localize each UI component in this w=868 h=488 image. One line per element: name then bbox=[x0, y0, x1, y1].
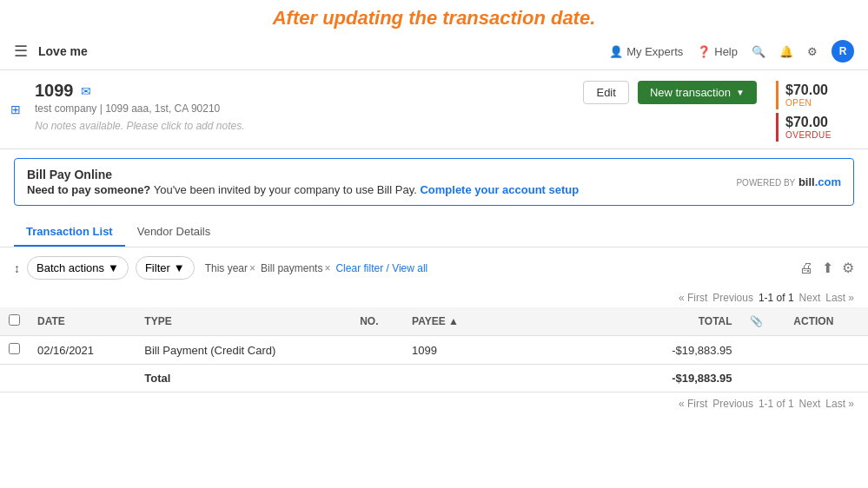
sort-icon[interactable]: ↕ bbox=[14, 261, 20, 275]
remove-this-year-filter[interactable]: × bbox=[249, 262, 255, 274]
total-action bbox=[785, 365, 868, 392]
transactions-table: DATE TYPE NO. PAYEE ▲ TOTAL 📎 ACTION 02/… bbox=[0, 307, 868, 392]
my-experts-nav[interactable]: 👤 My Experts bbox=[609, 45, 683, 58]
help-icon: ❓ bbox=[697, 45, 711, 58]
bill-pay-left: Bill Pay Online Need to pay someone? You… bbox=[27, 168, 579, 196]
total-no bbox=[351, 365, 403, 392]
navbar-right: 👤 My Experts ❓ Help 🔍 🔔 ⚙ R bbox=[609, 40, 854, 63]
help-label: Help bbox=[714, 45, 738, 58]
previous-page-bottom[interactable]: Previous bbox=[712, 398, 753, 410]
filter-label: Filter bbox=[145, 261, 170, 274]
next-page-bottom[interactable]: Next bbox=[799, 398, 821, 410]
row-checkbox[interactable] bbox=[9, 343, 20, 354]
total-amount: -$19,883.95 bbox=[628, 365, 741, 392]
date-column-header[interactable]: DATE bbox=[29, 307, 136, 336]
status-cards: $70.00 OPEN $70.00 OVERDUE bbox=[776, 81, 854, 142]
tabs: Transaction List Vendor Details bbox=[0, 218, 868, 247]
tab-transaction-list[interactable]: Transaction List bbox=[14, 218, 125, 247]
open-label: OPEN bbox=[785, 98, 847, 108]
filter-arrow-icon: ▼ bbox=[174, 261, 185, 274]
dropdown-arrow-icon: ▼ bbox=[736, 88, 745, 97]
settings-icon[interactable]: ⚙ bbox=[807, 45, 818, 58]
total-column-header[interactable]: TOTAL bbox=[628, 307, 741, 336]
open-amount: $70.00 bbox=[785, 82, 847, 98]
search-icon[interactable]: 🔍 bbox=[752, 45, 765, 58]
row-date[interactable]: 02/16/2021 bbox=[29, 336, 136, 365]
row-empty bbox=[603, 336, 628, 365]
filter-tag-this-year: This year × bbox=[205, 262, 255, 274]
overdue-label: OVERDUE bbox=[785, 130, 847, 140]
attach-column-header: 📎 bbox=[741, 307, 785, 336]
select-all-header bbox=[0, 307, 29, 336]
hamburger-icon[interactable]: ☰ bbox=[14, 42, 28, 61]
total-label bbox=[29, 365, 136, 392]
select-all-checkbox[interactable] bbox=[9, 314, 20, 326]
new-transaction-button[interactable]: New transaction ▼ bbox=[638, 81, 757, 104]
person-icon: 👤 bbox=[609, 45, 623, 58]
avatar[interactable]: R bbox=[832, 40, 854, 63]
bill-pay-text: Need to pay someone? You've been invited… bbox=[27, 183, 579, 196]
settings-table-icon[interactable]: ⚙ bbox=[842, 260, 854, 276]
row-payee[interactable]: 1099 bbox=[403, 336, 603, 365]
total-empty bbox=[603, 365, 628, 392]
filter-tag-bill-payments-label: Bill payments bbox=[261, 262, 322, 274]
filter-tag-bill-payments: Bill payments × bbox=[261, 262, 330, 274]
vendor-notes[interactable]: No notes available. Please click to add … bbox=[35, 120, 583, 132]
navbar: ☰ Love me 👤 My Experts ❓ Help 🔍 🔔 ⚙ R bbox=[0, 33, 868, 70]
expand-icon[interactable]: ⊞ bbox=[10, 102, 21, 116]
vendor-name: 1099 bbox=[35, 81, 74, 101]
vendor-info: 1099 ✉ test company | 1099 aaa, 1st, CA … bbox=[35, 81, 583, 132]
announcement-bar: After updating the transaction date. bbox=[0, 0, 868, 33]
navbar-logo: Love me bbox=[38, 44, 88, 58]
new-transaction-label: New transaction bbox=[650, 86, 731, 99]
batch-actions-arrow-icon: ▼ bbox=[108, 261, 119, 274]
last-page-bottom[interactable]: Last » bbox=[825, 398, 854, 410]
bill-pay-title: Bill Pay Online bbox=[27, 168, 579, 181]
row-no bbox=[351, 336, 403, 365]
row-checkbox-cell bbox=[0, 336, 29, 365]
page-range-top: 1-1 of 1 bbox=[759, 292, 794, 304]
header-actions: Edit New transaction ▼ $70.00 OPEN $70.0… bbox=[583, 81, 854, 142]
payee-column-header[interactable]: PAYEE ▲ bbox=[403, 307, 603, 336]
filter-button[interactable]: Filter ▼ bbox=[136, 256, 195, 280]
total-type: Total bbox=[136, 365, 351, 392]
first-page-bottom[interactable]: « First bbox=[679, 398, 707, 410]
row-type[interactable]: Bill Payment (Credit Card) bbox=[136, 336, 351, 365]
table-row: 02/16/2021 Bill Payment (Credit Card) 10… bbox=[0, 336, 868, 365]
pagination-top: « First Previous 1-1 of 1 Next Last » bbox=[0, 288, 868, 307]
first-page-top[interactable]: « First bbox=[679, 292, 707, 304]
total-row: Total -$19,883.95 bbox=[0, 365, 868, 392]
notification-icon[interactable]: 🔔 bbox=[779, 45, 793, 58]
email-icon[interactable]: ✉ bbox=[81, 84, 91, 98]
export-icon[interactable]: ⬆ bbox=[822, 260, 833, 276]
batch-actions-button[interactable]: Batch actions ▼ bbox=[27, 256, 129, 280]
type-column-header[interactable]: TYPE bbox=[136, 307, 351, 336]
remove-bill-payments-filter[interactable]: × bbox=[324, 262, 330, 274]
help-nav[interactable]: ❓ Help bbox=[697, 45, 738, 58]
last-page-top[interactable]: Last » bbox=[825, 292, 854, 304]
action-column-header: ACTION bbox=[785, 307, 868, 336]
edit-button[interactable]: Edit bbox=[583, 81, 628, 104]
complete-account-setup-link[interactable]: Complete your account setup bbox=[420, 183, 579, 196]
overdue-status-card: $70.00 OVERDUE bbox=[776, 113, 854, 142]
bill-pay-powered: POWERED BY bill.com bbox=[736, 175, 841, 188]
print-icon[interactable]: 🖨 bbox=[799, 260, 813, 276]
tab-vendor-details[interactable]: Vendor Details bbox=[125, 218, 223, 247]
batch-actions-label: Batch actions bbox=[36, 261, 104, 274]
navbar-left: ☰ Love me bbox=[14, 42, 88, 61]
previous-page-top[interactable]: Previous bbox=[712, 292, 753, 304]
filter-tag-this-year-label: This year bbox=[205, 262, 248, 274]
no-column-header[interactable]: NO. bbox=[351, 307, 403, 336]
row-attach bbox=[741, 336, 785, 365]
bill-pay-banner: Bill Pay Online Need to pay someone? You… bbox=[14, 158, 854, 206]
vendor-title: 1099 ✉ bbox=[35, 81, 583, 101]
clear-filter-link[interactable]: Clear filter / View all bbox=[335, 262, 427, 274]
vendor-header: ⊞ 1099 ✉ test company | 1099 aaa, 1st, C… bbox=[0, 70, 868, 149]
vendor-sub: test company | 1099 aaa, 1st, CA 90210 bbox=[35, 102, 583, 115]
filter-tags: This year × Bill payments × Clear filter… bbox=[205, 262, 428, 274]
next-page-top[interactable]: Next bbox=[799, 292, 821, 304]
row-total: -$19,883.95 bbox=[628, 336, 741, 365]
toolbar: ↕ Batch actions ▼ Filter ▼ This year × B… bbox=[0, 247, 868, 288]
total-payee bbox=[403, 365, 603, 392]
toolbar-right: 🖨 ⬆ ⚙ bbox=[799, 260, 854, 276]
